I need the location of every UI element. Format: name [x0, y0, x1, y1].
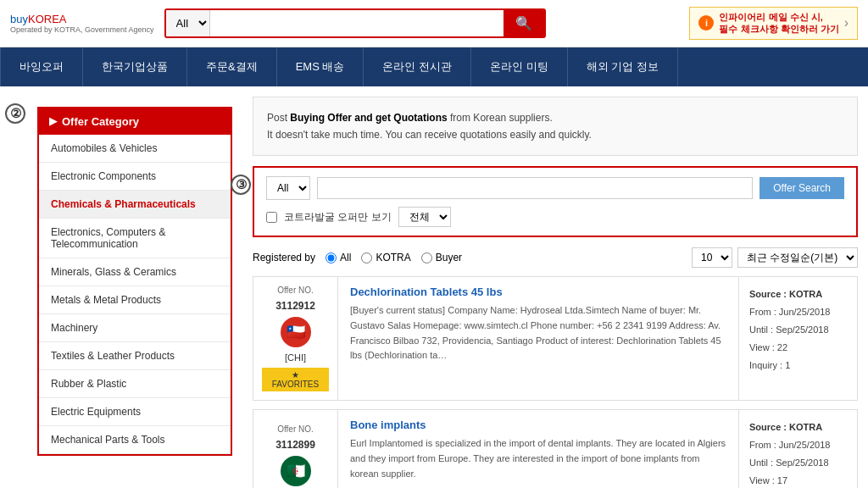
- offer-card-1-right: Source : KOTRA From : Jun/25/2018 Until …: [738, 410, 857, 488]
- sort-order-select[interactable]: 최근 수정일순(기본): [737, 247, 858, 268]
- registered-by-label: Registered by: [253, 252, 315, 263]
- sidebar: ▶ Offer Category Automobiles & Vehicles …: [37, 107, 232, 456]
- nav-item-online-expo[interactable]: 온라인 전시관: [364, 47, 471, 86]
- logo-korea: KOREA: [28, 13, 67, 25]
- offer-no-value-1: 3112899: [275, 439, 315, 451]
- per-page-select[interactable]: 10: [692, 247, 732, 268]
- offer-desc-1: Eurl Implantomed is specialized in the i…: [350, 436, 726, 481]
- notification-text: 인파이어리 메일 수신 시, 필수 체크사항 확인하러 가기: [719, 11, 838, 36]
- nav-item-korean-products[interactable]: 한국기업상품: [83, 47, 187, 86]
- offer-card-0-right: Source : KOTRA From : Jun/25/2018 Until …: [738, 277, 857, 400]
- filter-row-1: All Offer Search: [266, 176, 844, 200]
- search-icon: 🔍: [515, 16, 532, 30]
- offer-search-button[interactable]: Offer Search: [760, 177, 844, 199]
- intro-text-bold: Buying Offer and get Quotations: [290, 112, 447, 124]
- radio-group: Registered by All KOTRA Buyer: [253, 252, 462, 263]
- radio-all[interactable]: All: [326, 252, 351, 263]
- country-label-0: [CHI]: [285, 352, 306, 363]
- radio-kotra-label: KOTRA: [376, 252, 410, 263]
- country-flag-1: 🇩🇿: [281, 456, 311, 486]
- filter-row-2: 코트라발굴 오퍼만 보기 전체: [266, 207, 844, 227]
- sidebar-item-automobiles[interactable]: Automobiles & Vehicles: [39, 135, 231, 163]
- filter-box: All Offer Search 코트라발굴 오퍼만 보기 전체: [253, 166, 858, 237]
- offer-view-0: View : 22: [749, 339, 847, 357]
- sidebar-item-electronics-computers[interactable]: Electronics, Computers & Telecommunicati…: [39, 219, 231, 258]
- offer-title-1[interactable]: Bone implants: [350, 419, 726, 431]
- offer-from-0: From : Jun/25/2018: [749, 303, 847, 321]
- intro-box: Post Buying Offer and get Quotations fro…: [253, 97, 858, 157]
- nav-item-buying-offer[interactable]: 바잉오퍼: [0, 47, 83, 86]
- filter-scope-select[interactable]: 전체: [398, 207, 451, 227]
- search-bar: All 🔍: [164, 8, 546, 38]
- header: buyKOREA Operated by KOTRA, Government A…: [0, 0, 868, 47]
- radio-kotra[interactable]: KOTRA: [361, 252, 410, 263]
- offer-view-1: View : 17: [749, 472, 847, 488]
- sidebar-header-label: Offer Category: [62, 115, 139, 128]
- results-header: Registered by All KOTRA Buyer 10: [253, 247, 858, 268]
- offer-title-0[interactable]: Dechlorination Tablets 45 lbs: [350, 286, 726, 298]
- sidebar-item-minerals[interactable]: Minerals, Glass & Ceramics: [39, 258, 231, 286]
- nav-item-order-payment[interactable]: 주문&결제: [187, 47, 277, 86]
- offer-until-0: Until : Sep/25/2018: [749, 321, 847, 339]
- intro-text2: from Korean suppliers.: [448, 112, 553, 124]
- offer-no-label-1: Offer NO.: [277, 424, 314, 434]
- sidebar-item-textiles[interactable]: Textiles & Leather Products: [39, 342, 231, 370]
- search-button[interactable]: 🔍: [504, 10, 544, 36]
- offer-inquiry-0: Inquiry : 1: [749, 357, 847, 374]
- radio-buyer[interactable]: Buyer: [421, 252, 462, 263]
- notification-arrow-icon: ›: [844, 15, 849, 30]
- logo-sub: Operated by KOTRA, Government Agency: [10, 25, 154, 34]
- favorites-button-0[interactable]: ★ FAVORITES: [262, 368, 329, 391]
- sidebar-item-rubber[interactable]: Rubber & Plastic: [39, 370, 231, 398]
- main-content: ② ▶ Offer Category Automobiles & Vehicle…: [0, 86, 868, 488]
- offer-card-0-left: Offer NO. 3112912 🇨🇱 [CHI] ★ FAVORITES: [253, 277, 338, 400]
- offer-desc-0: [Buyer's current status] Company Name: H…: [350, 303, 726, 363]
- offer-card-1-middle: Bone implants Eurl Implantomed is specia…: [338, 410, 738, 488]
- offer-source-1: Source : KOTRA: [749, 419, 847, 436]
- notification-icon: i: [698, 15, 714, 30]
- offer-card-1: Offer NO. 3112899 🇩🇿 [ALG] Bone implants…: [253, 409, 858, 488]
- offer-source-0: Source : KOTRA: [749, 286, 847, 303]
- radio-kotra-input[interactable]: [361, 252, 372, 263]
- radio-buyer-input[interactable]: [421, 252, 432, 263]
- offer-until-1: Until : Sep/25/2018: [749, 454, 847, 472]
- sidebar-item-chemicals[interactable]: Chemicals & Pharmaceuticals: [39, 191, 231, 219]
- logo: buyKOREA Operated by KOTRA, Government A…: [10, 13, 154, 34]
- sidebar-item-electric[interactable]: Electric Equipments: [39, 398, 231, 426]
- sidebar-header-icon: ▶: [49, 115, 57, 127]
- filter-category-select[interactable]: All: [266, 176, 310, 200]
- sidebar-item-machinery[interactable]: Machinery: [39, 314, 231, 342]
- content-area: Post Buying Offer and get Quotations fro…: [242, 86, 868, 488]
- radio-all-label: All: [340, 252, 351, 263]
- sidebar-header: ▶ Offer Category: [39, 108, 231, 135]
- offer-card-1-left: Offer NO. 3112899 🇩🇿 [ALG]: [253, 410, 338, 488]
- nav-item-ems[interactable]: EMS 배송: [277, 47, 364, 86]
- nav-item-overseas-company[interactable]: 해외 기업 정보: [568, 47, 678, 86]
- search-category-select[interactable]: All: [166, 10, 210, 36]
- offer-no-value-0: 3112912: [275, 300, 315, 312]
- intro-text3: It doesn't take much time. You can recei…: [267, 129, 592, 141]
- nav-bar: 바잉오퍼 한국기업상품 주문&결제 EMS 배송 온라인 전시관 온라인 미팅 …: [0, 47, 868, 86]
- logo-buy: buy: [10, 13, 28, 25]
- kotra-filter-label: 코트라발굴 오퍼만 보기: [284, 210, 392, 225]
- nav-item-online-meeting[interactable]: 온라인 미팅: [471, 47, 568, 86]
- step-badge-sidebar: ②: [5, 103, 25, 124]
- sidebar-item-mechanical[interactable]: Mechanical Parts & Tools: [39, 426, 231, 454]
- step-badge-filter: ③: [231, 175, 251, 195]
- offer-card-0-middle: Dechlorination Tablets 45 lbs [Buyer's c…: [338, 277, 738, 400]
- filter-search-input[interactable]: [317, 177, 753, 199]
- sort-controls: 10 최근 수정일순(기본): [692, 247, 858, 268]
- logo-text: buyKOREA: [10, 13, 66, 25]
- kotra-filter-checkbox[interactable]: [266, 212, 277, 223]
- country-flag-0: 🇨🇱: [281, 317, 311, 347]
- notification-banner[interactable]: i 인파이어리 메일 수신 시, 필수 체크사항 확인하러 가기 ›: [689, 7, 858, 40]
- intro-text1: Post: [267, 112, 290, 124]
- radio-all-input[interactable]: [326, 252, 337, 263]
- offer-card-0: Offer NO. 3112912 🇨🇱 [CHI] ★ FAVORITES D…: [253, 276, 858, 401]
- offer-no-label-0: Offer NO.: [277, 286, 314, 295]
- radio-buyer-label: Buyer: [436, 252, 462, 263]
- sidebar-item-electronic-components[interactable]: Electronic Components: [39, 163, 231, 191]
- sidebar-item-metals[interactable]: Metals & Metal Products: [39, 286, 231, 314]
- search-input[interactable]: [210, 10, 504, 36]
- offer-from-1: From : Jun/25/2018: [749, 436, 847, 454]
